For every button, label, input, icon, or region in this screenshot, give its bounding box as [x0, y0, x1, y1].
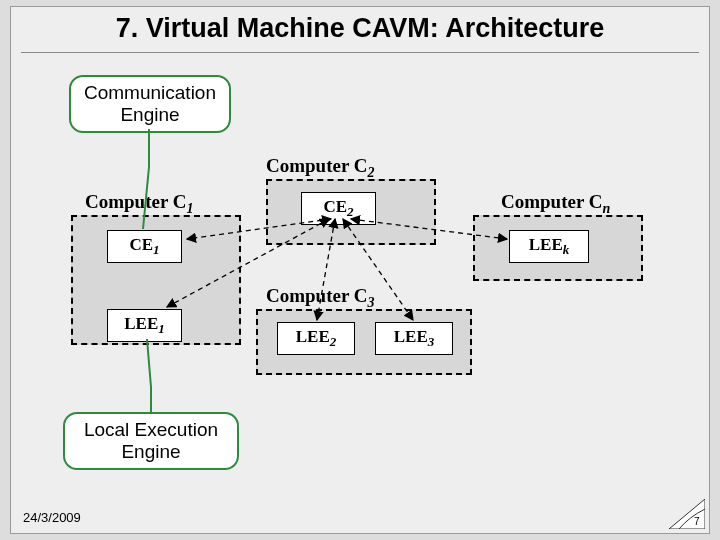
label-c2-sub: 2 — [368, 165, 375, 180]
node-ce1: CE1 — [107, 230, 182, 263]
node-lee2: LEE2 — [277, 322, 355, 355]
node-lee3: LEE3 — [375, 322, 453, 355]
footer-date: 24/3/2009 — [23, 510, 81, 525]
slide-title: 7. Virtual Machine CAVM: Architecture — [21, 13, 699, 53]
label-c1-text: Computer C — [85, 191, 187, 212]
callout-local-execution-engine: Local Execution Engine — [63, 412, 239, 470]
node-leek: LEEk — [509, 230, 589, 263]
callout-comm-text: Communication Engine — [84, 82, 216, 125]
page-curl-icon: 7 — [669, 499, 705, 529]
label-cn-text: Computer C — [501, 191, 603, 212]
label-computer-c3: Computer C3 — [266, 285, 375, 311]
label-c3-sub: 3 — [368, 295, 375, 310]
label-computer-cn: Computer Cn — [501, 191, 610, 217]
node-lee1-text: LEE — [124, 314, 158, 333]
node-lee3-sub: 3 — [428, 334, 435, 349]
node-ce1-sub: 1 — [153, 242, 160, 257]
label-c3-text: Computer C — [266, 285, 368, 306]
callout-communication-engine: Communication Engine — [69, 75, 231, 133]
svg-marker-0 — [669, 499, 705, 529]
label-c2-text: Computer C — [266, 155, 368, 176]
label-computer-c2: Computer C2 — [266, 155, 375, 181]
node-lee2-sub: 2 — [330, 334, 337, 349]
label-cn-sub: n — [603, 201, 611, 216]
node-ce2-text: CE — [323, 197, 347, 216]
node-leek-sub: k — [563, 242, 570, 257]
node-lee3-text: LEE — [394, 327, 428, 346]
node-ce2: CE2 — [301, 192, 376, 225]
label-computer-c1: Computer C1 — [85, 191, 194, 217]
node-lee2-text: LEE — [296, 327, 330, 346]
node-leek-text: LEE — [529, 235, 563, 254]
page-number: 7 — [694, 516, 700, 527]
node-lee1-sub: 1 — [158, 321, 165, 336]
label-c1-sub: 1 — [187, 201, 194, 216]
node-ce1-text: CE — [129, 235, 153, 254]
node-ce2-sub: 2 — [347, 204, 354, 219]
callout-local-text: Local Execution Engine — [84, 419, 218, 462]
node-lee1: LEE1 — [107, 309, 182, 342]
